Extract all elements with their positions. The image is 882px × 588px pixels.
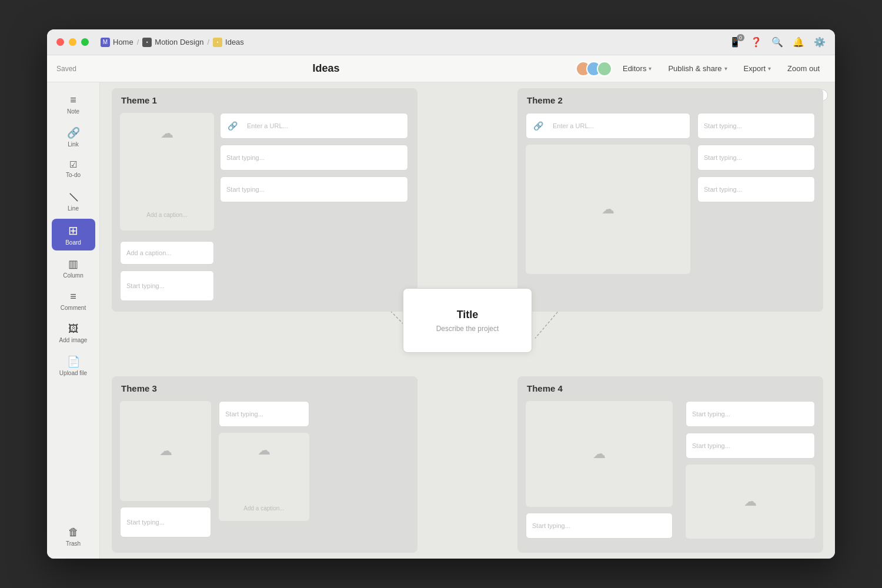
breadcrumb-motion-design[interactable]: ▪ Motion Design [142,38,203,47]
sidebar-comment-label: Comment [61,305,86,311]
main-area: ≡ Note 🔗 Link ☑ To-do | Line ⊞ Board ▥ C… [47,82,835,559]
motion-design-icon: ▪ [142,38,152,47]
theme4-upload-right[interactable]: ☁ [686,465,815,539]
theme1-typing2: Start typing... [220,149,270,166]
theme2-typing-card1[interactable]: Start typing... [697,113,815,139]
theme4-text-card[interactable]: Start typing... [526,513,673,539]
editors-chevron: ▾ [649,65,652,72]
theme2-typing-card3[interactable]: Start typing... [697,176,815,202]
note-icon: ≡ [70,94,76,106]
sidebar-note-label: Note [67,108,79,115]
theme3-caption[interactable]: Add a caption... [243,505,285,512]
breadcrumb-home[interactable]: M Home [101,38,133,47]
sidebar-item-note[interactable]: ≡ Note [52,89,95,119]
sidebar-add-image-label: Add image [59,337,88,343]
help-icon[interactable]: ❓ [750,36,762,48]
theme4-typing2: Start typing... [686,406,736,422]
sidebar: ≡ Note 🔗 Link ☑ To-do | Line ⊞ Board ▥ C… [47,82,100,559]
sidebar-item-board[interactable]: ⊞ Board [52,219,95,250]
canvas[interactable]: 0 Unsorted Theme 1 ☁ Add a caption... [100,82,835,559]
breadcrumb-motion-design-label: Motion Design [155,38,203,46]
search-icon[interactable]: 🔍 [771,36,783,48]
home-icon: M [101,38,110,47]
line-draw-icon: | [68,191,79,203]
publish-share-button[interactable]: Publish & share ▾ [662,61,733,76]
traffic-lights [56,38,89,46]
toolbar: Saved Ideas Editors ▾ Publish & share ▾ … [47,55,835,82]
theme4-typing-card2[interactable]: Start typing... [686,433,815,459]
theme1-upload[interactable]: ☁ Add a caption... [120,113,214,230]
close-button[interactable] [56,38,64,46]
theme2-typing2: Start typing... [698,149,748,166]
board-icon: ⊞ [68,223,78,238]
theme3-area: Theme 3 ☁ Start typing... Start typing..… [112,376,417,553]
theme1-caption-text: Add a caption... [121,245,177,261]
trash-icon: 🗑 [68,526,79,539]
theme1-caption-card[interactable]: Add a caption... [120,241,214,265]
export-chevron: ▾ [768,65,771,72]
sidebar-item-add-image[interactable]: 🖼 Add image [52,318,95,348]
mobile-icon[interactable]: 📱0 [729,36,741,48]
export-button[interactable]: Export ▾ [738,61,777,76]
settings-icon[interactable]: ⚙️ [814,36,826,48]
sidebar-todo-label: To-do [66,172,81,178]
app-window: M Home / ▪ Motion Design / ▪ Ideas 📱0 ❓ … [47,29,835,559]
sidebar-trash-label: Trash [66,540,81,547]
theme4-upload[interactable]: ☁ [526,401,673,507]
sidebar-line-label: Line [68,205,79,212]
theme2-url-card[interactable]: 🔗 Enter a URL... [526,113,690,139]
breadcrumb-ideas-label: Ideas [225,38,244,46]
theme1-link-icon: 🔗 [228,121,238,131]
minimize-button[interactable] [69,38,76,46]
sidebar-board-label: Board [65,239,81,246]
breadcrumb: M Home / ▪ Motion Design / ▪ Ideas [101,38,244,47]
sidebar-link-label: Link [68,141,78,148]
theme3-text-card[interactable]: Start typing... [120,507,211,537]
theme3-typing-card1[interactable]: Start typing... [219,401,309,427]
theme1-url-card[interactable]: 🔗 Enter a URL... [220,113,408,139]
sidebar-item-link[interactable]: 🔗 Link [52,122,95,152]
sidebar-upload-file-label: Upload file [59,370,87,376]
theme1-text-card1[interactable]: Start typing... [120,270,214,301]
editors-button[interactable]: Editors ▾ [617,61,657,76]
theme2-link-icon: 🔗 [533,121,543,131]
page-title: Ideas [76,62,576,75]
theme4-typing-card1[interactable]: Start typing... [686,401,815,427]
theme4-upload-icon: ☁ [593,446,606,462]
sidebar-item-comment[interactable]: ≡ Comment [52,286,95,316]
publish-chevron: ▾ [724,65,727,72]
theme4-typing3: Start typing... [686,437,736,454]
center-card[interactable]: Title Describe the project [403,288,532,353]
theme4-label: Theme 4 [517,376,823,398]
todo-icon: ☑ [69,159,77,170]
theme3-upload-left[interactable]: ☁ [120,401,211,501]
theme2-typing-card2[interactable]: Start typing... [697,145,815,171]
link-icon: 🔗 [67,126,80,139]
theme2-upload[interactable]: ☁ [526,145,690,274]
zoom-out-button[interactable]: Zoom out [781,62,826,75]
theme1-typing-card2[interactable]: Start typing... [220,176,408,202]
breadcrumb-sep-2: / [207,38,209,46]
sidebar-item-upload-file[interactable]: 📄 Upload file [52,350,95,381]
theme2-url-placeholder: Enter a URL... [547,118,600,134]
theme1-label: Theme 1 [112,88,417,110]
theme4-upload-icon-right: ☁ [744,494,757,509]
sidebar-item-trash[interactable]: 🗑 Trash [52,522,95,552]
breadcrumb-sep-1: / [137,38,139,46]
theme1-url-placeholder: Enter a URL... [241,118,294,134]
theme1-caption-placeholder[interactable]: Add a caption... [146,212,188,218]
sidebar-item-column[interactable]: ▥ Column [52,253,95,283]
theme3-label: Theme 3 [112,376,417,398]
breadcrumb-ideas[interactable]: ▪ Ideas [213,38,244,47]
notification-icon[interactable]: 🔔 [793,36,804,48]
theme3-upload-right[interactable]: ☁ Add a caption... [219,433,309,521]
maximize-button[interactable] [81,38,89,46]
theme1-typing-card1[interactable]: Start typing... [220,145,408,171]
sidebar-column-label: Column [63,272,83,279]
theme3-typing2: Start typing... [219,406,269,422]
sidebar-item-line[interactable]: | Line [52,185,95,216]
saved-status: Saved [56,65,76,73]
comment-icon: ≡ [70,290,76,303]
sidebar-item-todo[interactable]: ☑ To-do [52,155,95,183]
ideas-icon: ▪ [213,38,222,47]
